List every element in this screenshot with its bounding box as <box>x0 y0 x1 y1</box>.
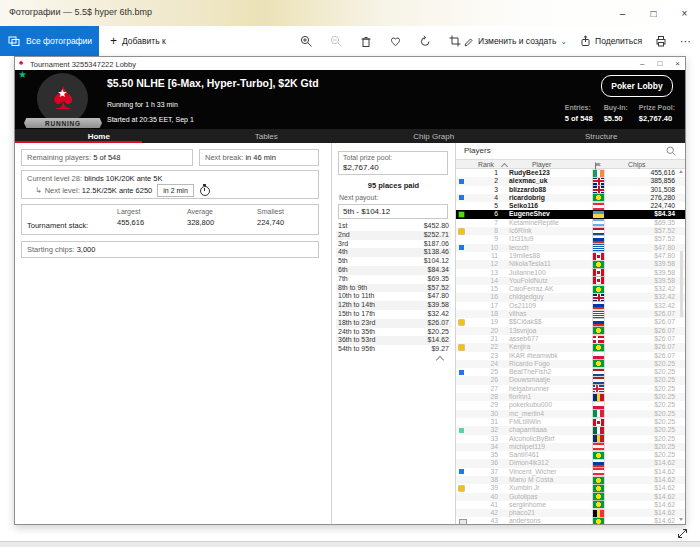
player-row[interactable]: 8 Ic6Rink $57.52 <box>456 227 685 235</box>
chips-column-header[interactable]: Chips <box>628 161 645 168</box>
search-icon[interactable] <box>666 146 676 156</box>
player-flag <box>593 344 604 351</box>
add-to-label: Добавить к <box>122 36 166 46</box>
scroll-down-icon[interactable] <box>679 518 683 521</box>
poker-lobby-button[interactable]: Poker Lobby <box>601 75 673 97</box>
all-photos-button[interactable]: Все фотографии <box>0 26 99 56</box>
player-row[interactable]: 34 michipet119 $20.25 <box>456 443 685 451</box>
toolbar-center-icons <box>300 26 461 56</box>
prizepool-stat: Prize Pool: $2,767.40 <box>639 102 675 124</box>
player-flag <box>593 277 604 284</box>
player-row[interactable]: 15 CaioFerraz.AK $32.42 <box>456 285 685 293</box>
player-row[interactable]: 20 13svnjoa $26.07 <box>456 327 685 335</box>
player-row[interactable]: 16 chidgedguy $32.42 <box>456 293 685 301</box>
player-row[interactable]: 14 YouFoldNutz $39.58 <box>456 277 685 285</box>
zoom-out-icon[interactable] <box>330 35 343 48</box>
player-row[interactable]: 26 Douwsmaatje $20.25 <box>456 376 685 384</box>
player-row[interactable]: 43 andersons $14.62 <box>456 517 685 524</box>
player-row[interactable]: 18 vlihas $26.07 <box>456 310 685 318</box>
printer-icon[interactable] <box>655 35 667 47</box>
zoom-in-icon[interactable] <box>300 35 313 48</box>
scrollbar-thumb[interactable] <box>680 251 683 317</box>
close-button[interactable]: × <box>669 0 700 26</box>
payout-place: 24th to 35th <box>338 328 375 337</box>
payout-collapse-chevron-icon[interactable] <box>436 356 444 364</box>
player-row[interactable]: 28 florinn1 $20.25 <box>456 393 685 401</box>
poker-lobby-window: ♠ Tournament 3255347222 Lobby – □ × ★ ♠ … <box>14 56 686 525</box>
player-row[interactable]: 29 pokerkubu000 $20.25 <box>456 401 685 409</box>
edit-create-button[interactable]: Изменить и создать ⌄ <box>463 36 567 47</box>
player-row[interactable]: 5 Seiko116 224,740 <box>456 202 685 210</box>
player-row[interactable]: 39 Xumbin Jr $14.62 <box>456 484 685 492</box>
player-rank: 19 <box>468 318 498 326</box>
player-rank: 35 <box>468 451 498 459</box>
rotate-icon[interactable] <box>419 35 432 48</box>
trash-icon[interactable] <box>360 35 372 48</box>
player-row[interactable]: 35 Santii!461 $20.25 <box>456 451 685 459</box>
player-row[interactable]: 7 KetamineReptile $69.35 <box>456 219 685 227</box>
player-row[interactable]: 23 IKAR #teamwbk $26.07 <box>456 352 685 360</box>
player-flag <box>593 510 604 517</box>
scroll-up-icon[interactable] <box>679 170 683 173</box>
minimize-button[interactable]: – <box>607 0 638 26</box>
player-row[interactable]: 2 alexmac_uk 385,856 <box>456 177 685 185</box>
heart-icon[interactable] <box>389 35 402 47</box>
stack-column-label: Largest <box>117 208 187 215</box>
lobby-tab[interactable]: Structure <box>518 129 686 143</box>
player-row[interactable]: 4 ricardobrig 276,280 <box>456 194 685 202</box>
favorite-star-icon[interactable]: ★ <box>18 69 27 80</box>
add-to-button[interactable]: + Добавить к <box>110 26 166 56</box>
running-status-badge: RUNNING <box>24 118 102 128</box>
player-row[interactable]: 19 $$Ci6ak$$ $26.07 <box>456 318 685 326</box>
note-marker <box>459 220 464 225</box>
player-rank: 31 <box>468 418 498 426</box>
player-row[interactable]: 24 Ricardo Fogo $20.25 <box>456 360 685 368</box>
players-scrollbar[interactable] <box>679 169 684 522</box>
player-name: Santii!461 <box>509 451 539 459</box>
player-row[interactable]: 30 mc_merlin4 $20.25 <box>456 410 685 418</box>
note-marker <box>459 179 464 184</box>
player-row[interactable]: 17 Os21109 $32.42 <box>456 302 685 310</box>
player-row[interactable]: 33 AlcoholicByBirf $20.25 <box>456 435 685 443</box>
lobby-tab[interactable]: Chip Graph <box>350 129 518 143</box>
player-chips: $47.80 <box>654 244 675 252</box>
player-row[interactable]: 11 19miles88 $47.80 <box>456 252 685 260</box>
player-row[interactable]: 9 I1t31tu9 $57.52 <box>456 235 685 243</box>
poker-minimize-button[interactable]: – <box>640 59 644 68</box>
player-row[interactable]: 41 sergiinhome $14.62 <box>456 501 685 509</box>
lobby-tab[interactable]: Home <box>15 129 183 143</box>
buyin-stat: Buy-In: $5.50 <box>604 102 628 124</box>
player-row[interactable]: 36 Dimon4ik312 $14.62 <box>456 459 685 467</box>
poker-close-button[interactable]: × <box>675 59 680 68</box>
player-column-header[interactable]: Player <box>532 161 551 168</box>
stack-column-value: 455,616 <box>117 218 187 227</box>
player-row[interactable]: 27 helgabrunner $20.25 <box>456 385 685 393</box>
payout-amount: $32.42 <box>428 310 449 319</box>
share-button[interactable]: Поделиться <box>580 35 642 47</box>
player-name: florinn1 <box>509 393 531 401</box>
player-row[interactable]: 12 NikolaTesla11 $39.58 <box>456 260 685 268</box>
player-row[interactable]: 3 blizzardo88 301,508 <box>456 186 685 194</box>
player-row[interactable]: 10 teccch $47.80 <box>456 244 685 252</box>
player-row[interactable]: 40 Gutolipas $14.62 <box>456 493 685 501</box>
lobby-tab[interactable]: Tables <box>183 129 351 143</box>
poker-maximize-button[interactable]: □ <box>657 59 662 68</box>
more-options-button[interactable]: ⋯ <box>680 35 692 48</box>
player-row[interactable]: 1 RudyBee123 455,616 <box>456 169 685 177</box>
player-row[interactable]: 38 Manu M Costa $14.62 <box>456 476 685 484</box>
resize-handle-icon[interactable] <box>676 527 689 540</box>
player-row[interactable]: 13 Julianne100 $39.58 <box>456 269 685 277</box>
player-row[interactable]: 6 EugeneShev $84.34 <box>456 210 685 218</box>
player-row[interactable]: 25 BeatTheFish2 $20.25 <box>456 368 685 376</box>
crop-icon[interactable] <box>449 35 461 47</box>
player-rank: 34 <box>468 443 498 451</box>
player-row[interactable]: 42 phaco21 $14.62 <box>456 509 685 517</box>
rank-column-header[interactable]: Rank <box>478 161 494 168</box>
player-row[interactable]: 31 FMLtiliWin $20.25 <box>456 418 685 426</box>
player-row[interactable]: 32 chaparritaaa $20.25 <box>456 426 685 434</box>
player-row[interactable]: 22 Kenjira $26.07 <box>456 343 685 351</box>
player-rank: 39 <box>468 484 498 492</box>
player-row[interactable]: 37 Vincent_Wicher $14.62 <box>456 468 685 476</box>
player-row[interactable]: 21 asseb677 $26.07 <box>456 335 685 343</box>
maximize-button[interactable]: □ <box>638 0 669 26</box>
